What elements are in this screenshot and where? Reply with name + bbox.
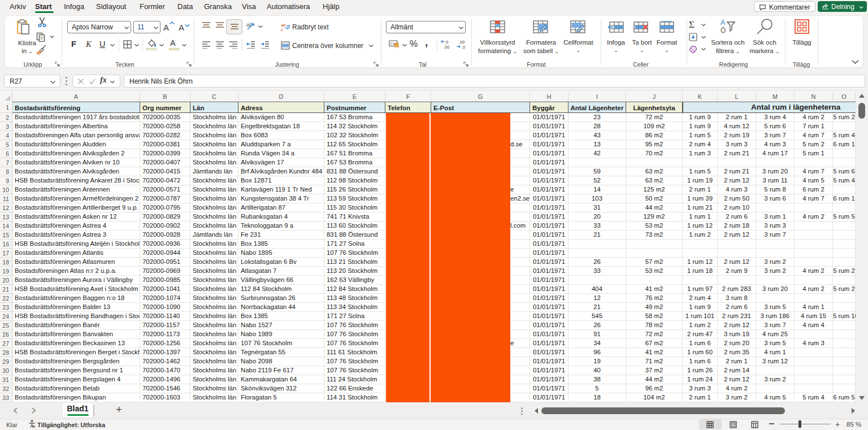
svg-text:Ö: Ö (721, 27, 726, 34)
svg-text:.00: .00 (444, 45, 449, 49)
svg-text:A: A (721, 19, 725, 27)
svg-text:Cr: Cr (390, 42, 395, 46)
svg-text:ab: ab (246, 22, 252, 28)
svg-text:c: c (281, 27, 283, 31)
svg-text:0: 0 (446, 40, 448, 45)
